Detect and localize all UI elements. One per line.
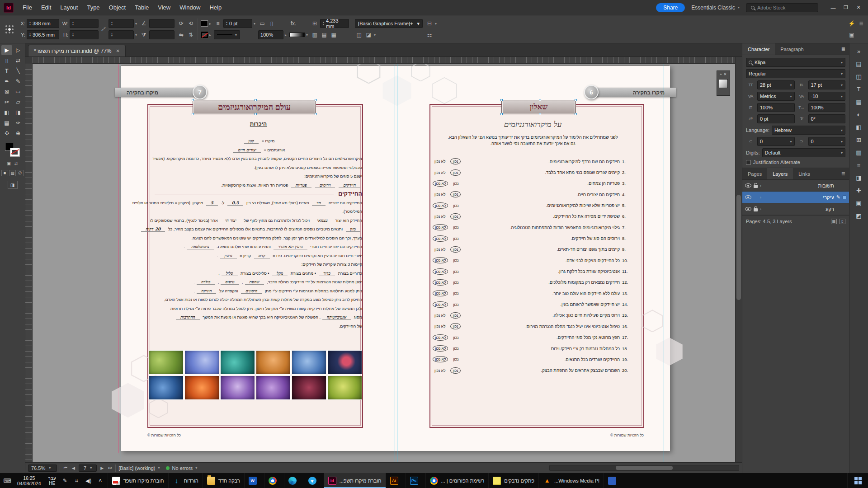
tool-button[interactable]: [13, 56, 24, 66]
corner-shape-icon[interactable]: ▭: [258, 19, 266, 28]
restore-button[interactable]: ❐: [840, 3, 852, 12]
ruler-guide[interactable]: [397, 57, 397, 462]
control-options-icon[interactable]: ▣: [848, 31, 856, 39]
tab-layers[interactable]: Layers: [767, 168, 793, 179]
show-hidden-icons-chevron[interactable]: ˄: [95, 478, 106, 484]
tool-button[interactable]: [1, 76, 12, 86]
scale-y-field[interactable]: ▲▼: [108, 30, 134, 39]
ruler-guide[interactable]: [25, 453, 742, 453]
taskbar-app-button[interactable]: Windows Media Pl...: [538, 473, 604, 488]
tab-paragraph[interactable]: Paragraph: [775, 43, 809, 55]
minimize-button[interactable]: —: [827, 3, 839, 12]
auto-fit-icon[interactable]: ⚏: [425, 31, 434, 39]
tracking-combo[interactable]: -10▾: [808, 92, 846, 101]
justification-alternate-checkbox[interactable]: [746, 160, 751, 165]
horizontal-ruler[interactable]: [33, 57, 735, 64]
tool-button[interactable]: [13, 108, 24, 117]
taskbar-app-button[interactable]: רשימת הפורומים | ...: [425, 473, 489, 488]
lock-icon[interactable]: [754, 208, 758, 211]
menu-item[interactable]: Table: [130, 3, 153, 12]
document-canvas[interactable]: מיקרו בחקירה 7 עולם המיקרואורגניזמים היכ…: [25, 57, 742, 462]
new-layer-icon[interactable]: ▦: [831, 219, 837, 224]
panel-icon[interactable]: ✚: [853, 184, 865, 196]
horizontal-scale-field[interactable]: 100%: [808, 103, 846, 112]
close-tab-icon[interactable]: ✕: [116, 48, 120, 53]
lock-icon[interactable]: [754, 185, 758, 188]
tool-button[interactable]: [1, 66, 12, 76]
pen-settings-icon[interactable]: ✎: [60, 478, 71, 484]
default-fill-stroke-icon[interactable]: ▣: [6, 161, 12, 166]
gradient-chip[interactable]: [289, 33, 305, 37]
constrain-proportions-icon[interactable]: 🔗︎: [101, 27, 106, 32]
next-page-button[interactable]: ▶: [99, 466, 104, 470]
tool-button[interactable]: [13, 87, 24, 97]
first-page-button[interactable]: ⏮: [63, 465, 68, 470]
panel-icon[interactable]: ◩: [853, 210, 865, 221]
taskbar-app-button[interactable]: רבקה חדד: [203, 473, 244, 488]
rotate-90-cw-icon[interactable]: ⟳: [177, 19, 185, 28]
flip-horizontal-icon[interactable]: ⇋: [177, 31, 185, 39]
layer-row[interactable]: › תשובות ✎: [742, 180, 849, 192]
menu-item[interactable]: Window: [175, 3, 205, 12]
w-field[interactable]: ▲▼: [70, 19, 99, 28]
distribute-icon[interactable]: ▦: [330, 31, 338, 39]
tool-button[interactable]: [13, 97, 24, 107]
taskbar-app-button[interactable]: [244, 473, 264, 488]
panel-menu-icon[interactable]: ≣: [838, 43, 849, 55]
visibility-eye-icon[interactable]: [745, 207, 751, 211]
tool-button[interactable]: [1, 118, 12, 128]
leading-combo[interactable]: 17 pt▾: [808, 80, 846, 89]
layer-name[interactable]: עיקרי: [764, 195, 834, 200]
expand-arrow-icon[interactable]: ›: [760, 207, 761, 211]
reference-point-proxy[interactable]: [5, 25, 14, 33]
y-field[interactable]: ▲▼306.5 mm: [27, 30, 59, 39]
language-combo[interactable]: Hebrew▾: [772, 126, 845, 135]
taskbar-app-button[interactable]: חוברת מיקרו תשפד: [108, 473, 168, 488]
corner-radius-field[interactable]: ▲▼4.233 mm: [320, 19, 349, 28]
tab-links[interactable]: Links: [793, 168, 816, 179]
apply-gradient-button[interactable]: ▨: [9, 170, 16, 176]
tool-button[interactable]: [13, 76, 24, 86]
ruler-guide[interactable]: [121, 57, 121, 462]
tool-button[interactable]: [1, 108, 12, 117]
panel-icon[interactable]: ▦: [853, 96, 865, 108]
delete-layer-icon[interactable]: ▯: [840, 219, 845, 224]
text-wrap-none-icon[interactable]: ◫: [355, 31, 363, 39]
text-wrap-bounding-icon[interactable]: ◪: [364, 31, 373, 39]
rotate-90-ccw-icon[interactable]: ⟲: [187, 19, 195, 28]
panel-icon[interactable]: ◫: [853, 70, 865, 82]
apply-none-button[interactable]: ∅: [17, 170, 24, 176]
stroke-color-swatch[interactable]: [201, 32, 208, 38]
panel-icon[interactable]: ◐: [853, 108, 865, 120]
stock-search-input[interactable]: Adobe Stock: [746, 3, 818, 12]
preflight-profile[interactable]: [Basic] (working)▾: [118, 465, 160, 471]
panel-icon[interactable]: »: [853, 45, 865, 57]
taskbar-app-button[interactable]: הורדות: [168, 473, 203, 488]
layer-name[interactable]: רקע: [764, 206, 834, 212]
menu-item[interactable]: View: [153, 3, 175, 12]
horizontal-scrollbar[interactable]: [549, 465, 739, 471]
menu-item[interactable]: File: [18, 3, 37, 12]
align-center-icon[interactable]: ▤: [320, 31, 328, 39]
taskbar-app-button[interactable]: [304, 473, 324, 488]
menu-item[interactable]: Object: [104, 3, 131, 12]
page-7[interactable]: מיקרו בחקירה 7 עולם המיקרואורגניזמים היכ…: [121, 66, 396, 451]
panel-icon[interactable]: ≡: [853, 159, 865, 171]
screen-mode-button[interactable]: ◨: [8, 181, 18, 189]
font-family-combo[interactable]: Klipa▾: [746, 58, 845, 67]
menu-item[interactable]: Type: [82, 3, 104, 12]
page-number-field[interactable]: 7▾: [79, 465, 97, 472]
panel-icon[interactable]: ◧: [853, 121, 865, 133]
panel-icon[interactable]: T: [853, 83, 865, 95]
fill-color-swatch[interactable]: [201, 20, 208, 27]
x-field[interactable]: ▲▼388 mm: [27, 19, 59, 28]
collapsed-floating-panel[interactable]: »✕: [717, 70, 730, 96]
language-indicator[interactable]: עבר HE: [46, 476, 59, 486]
panel-icon[interactable]: ▣: [853, 197, 865, 209]
vertical-ruler[interactable]: [25, 64, 33, 462]
digits-combo[interactable]: Default▾: [762, 148, 845, 157]
tool-button[interactable]: [1, 128, 12, 138]
touch-keyboard-icon[interactable]: ⌗: [71, 478, 82, 484]
ruler-guide[interactable]: [667, 57, 667, 462]
corner-options-icon[interactable]: ▯: [268, 19, 276, 28]
